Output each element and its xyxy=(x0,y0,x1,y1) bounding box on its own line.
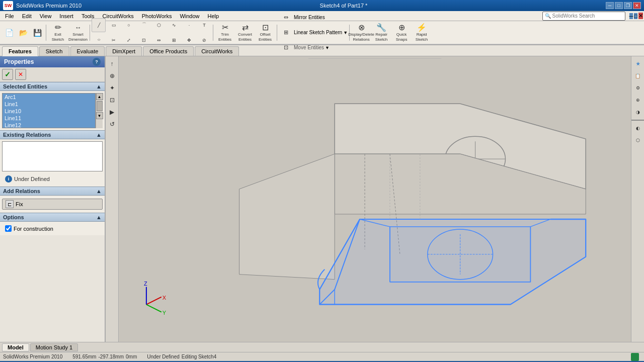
tab-evaluate[interactable]: Evaluate xyxy=(70,46,105,56)
right-tool-appearance[interactable]: ◐ xyxy=(632,123,643,134)
selected-entities-header[interactable]: Selected Entities ▲ xyxy=(0,82,105,91)
spline-tool[interactable]: ∿ xyxy=(167,18,181,32)
offset-icon: ⊡ xyxy=(262,23,269,32)
menu-insert[interactable]: Insert xyxy=(55,12,77,20)
point-tool[interactable]: · xyxy=(182,18,196,32)
right-tool-model3d[interactable]: ⬡ xyxy=(632,135,643,146)
quick-snaps-icon: ⊕ xyxy=(398,23,405,32)
display-delete-relations-button[interactable]: ⊗ Display/DeleteRelations xyxy=(351,23,371,43)
cancel-button[interactable]: ✕ xyxy=(15,69,26,80)
line-tool[interactable]: ╱ xyxy=(92,18,106,32)
panel-minimize[interactable]: ─ xyxy=(629,13,633,19)
selected-entities-title: Selected Entities xyxy=(3,83,47,89)
close-button[interactable]: ✕ xyxy=(633,2,641,9)
quick-snaps-button[interactable]: ⊕ QuickSnaps xyxy=(391,23,412,43)
right-tool-cfgmgr[interactable]: ⚙ xyxy=(632,82,643,94)
selected-entities-collapse[interactable]: ▲ xyxy=(96,83,102,89)
entity-list[interactable]: Arc1 Line1 Line10 Line11 Line12 xyxy=(2,93,96,128)
search-input[interactable] xyxy=(552,13,623,19)
fillet-tool[interactable]: ⌔ xyxy=(92,33,106,47)
right-tool-display[interactable]: ◑ xyxy=(632,107,643,118)
panel-close[interactable]: ✕ xyxy=(638,13,643,19)
extend-tool[interactable]: ⤢ xyxy=(122,33,136,47)
tab-circuitworks[interactable]: CircuitWorks xyxy=(195,46,239,56)
mirror-tool2[interactable]: ⇔ xyxy=(152,33,166,47)
smart-dimension-icon: ↔ xyxy=(75,23,82,32)
bottom-tab-model[interactable]: Model xyxy=(2,343,29,351)
existing-relations-collapse[interactable]: ▲ xyxy=(96,132,102,138)
left-tool-4[interactable]: ⊡ xyxy=(107,95,118,106)
left-tool-3[interactable]: ✦ xyxy=(107,82,118,94)
relation-list[interactable] xyxy=(2,141,103,171)
add-relations-collapse[interactable]: ▲ xyxy=(96,188,102,194)
scroll-thumb[interactable] xyxy=(97,101,103,111)
pattern-tool[interactable]: ⊞ xyxy=(167,33,181,47)
entity-line1[interactable]: Line1 xyxy=(3,101,95,108)
mirror-entities-label[interactable]: Mirror Entities xyxy=(294,15,325,20)
exit-sketch-button[interactable]: ✏ Exit Sketch xyxy=(48,23,68,43)
menu-file[interactable]: File xyxy=(1,12,18,20)
offset-entities-button[interactable]: ⊡ OffsetEntities xyxy=(255,23,275,43)
left-tool-1[interactable]: ↑ xyxy=(107,58,118,69)
sketch-svg[interactable]: X Y Z xyxy=(119,56,631,342)
menu-view[interactable]: View xyxy=(36,12,56,20)
save-button[interactable]: 💾 xyxy=(30,26,44,40)
right-tool-propmgr[interactable]: 📋 xyxy=(632,70,643,81)
search-bar[interactable]: 🔍 xyxy=(542,12,625,21)
options-collapse[interactable]: ▲ xyxy=(96,214,102,220)
add-relations-content: ⊏ Fix xyxy=(0,196,105,213)
left-tool-6[interactable]: ↺ xyxy=(107,119,118,130)
polygon-tool[interactable]: ⬡ xyxy=(152,18,166,32)
trim-entities-button[interactable]: ✂ TrimEntities xyxy=(215,23,235,43)
display-delete-icon: ⊗ xyxy=(358,23,365,32)
new-button[interactable]: 📄 xyxy=(2,26,16,40)
rapid-sketch-button[interactable]: ⚡ RapidSketch xyxy=(412,23,432,43)
open-button[interactable]: 📂 xyxy=(16,26,30,40)
minimize-button[interactable]: ─ xyxy=(606,2,614,9)
entity-arc1[interactable]: Arc1 xyxy=(3,94,95,101)
offset-tool[interactable]: ⊡ xyxy=(137,33,151,47)
arc-tool[interactable]: ⌒ xyxy=(137,18,151,32)
for-construction-row[interactable]: For construction xyxy=(2,224,103,233)
tab-sketch[interactable]: Sketch xyxy=(39,46,69,56)
move-entities-label[interactable]: Move Entities xyxy=(294,45,324,50)
scroll-down[interactable]: ▼ xyxy=(96,112,103,119)
confirm-button[interactable]: ✓ xyxy=(2,69,13,80)
construction-tool[interactable]: ⊘ xyxy=(197,33,211,47)
scroll-up[interactable]: ▲ xyxy=(96,93,103,100)
repair-sketch-button[interactable]: 🔧 RepairSketch xyxy=(371,23,391,43)
options-header[interactable]: Options ▲ xyxy=(0,213,105,222)
text-tool[interactable]: T xyxy=(197,18,211,32)
left-tool-2[interactable]: ⊕ xyxy=(107,70,118,81)
left-tool-5[interactable]: ▶ xyxy=(107,107,118,118)
entity-line10[interactable]: Line10 xyxy=(3,108,95,115)
existing-relations-content: i Under Defined xyxy=(0,139,105,187)
smart-dimension-button[interactable]: ↔ Smart Dimension xyxy=(68,23,88,43)
entity-line12[interactable]: Line12 xyxy=(3,122,95,128)
existing-relations-header[interactable]: Existing Relations ▲ xyxy=(0,130,105,139)
entity-line11[interactable]: Line11 xyxy=(3,115,95,122)
fix-relation-button[interactable]: ⊏ Fix xyxy=(2,199,103,210)
maximize-button[interactable]: □ xyxy=(615,2,623,9)
panel-restore[interactable]: □ xyxy=(634,13,637,19)
right-tool-dimxpert[interactable]: ⊕ xyxy=(632,95,643,106)
help-button[interactable]: ? xyxy=(93,58,101,66)
rect-tool[interactable]: ▭ xyxy=(107,18,121,32)
circle-tool[interactable]: ○ xyxy=(122,18,136,32)
bottom-tab-motion-study[interactable]: Motion Study 1 xyxy=(30,343,78,351)
restore-button[interactable]: ❐ xyxy=(624,2,632,9)
convert-entities-button[interactable]: ⇄ ConvertEntities xyxy=(235,23,255,43)
trim-tool[interactable]: ✂ xyxy=(107,33,121,47)
for-construction-checkbox[interactable] xyxy=(5,225,12,232)
sketch-canvas-area[interactable]: 🔍 🔍− ⊡ ↻ ✥ ⊞ ◧ ⬡ ⊗ ☼ ◑ ▶ ⬡ Part17 (Defau… xyxy=(119,56,631,342)
exit-sketch-label: Exit Sketch xyxy=(49,32,66,42)
menu-edit[interactable]: Edit xyxy=(18,12,36,20)
entity-list-scrollbar[interactable]: ▲ ▼ xyxy=(96,93,103,128)
move-tool[interactable]: ✥ xyxy=(182,33,196,47)
right-tool-featuremgr[interactable]: ★ xyxy=(632,58,643,69)
tab-office-products[interactable]: Office Products xyxy=(143,46,194,56)
add-relations-header[interactable]: Add Relations ▲ xyxy=(0,187,105,196)
tab-dimxpert[interactable]: DimXpert xyxy=(106,46,142,56)
tab-features[interactable]: Features xyxy=(2,46,38,56)
linear-pattern-label[interactable]: Linear Sketch Pattern xyxy=(294,30,342,35)
